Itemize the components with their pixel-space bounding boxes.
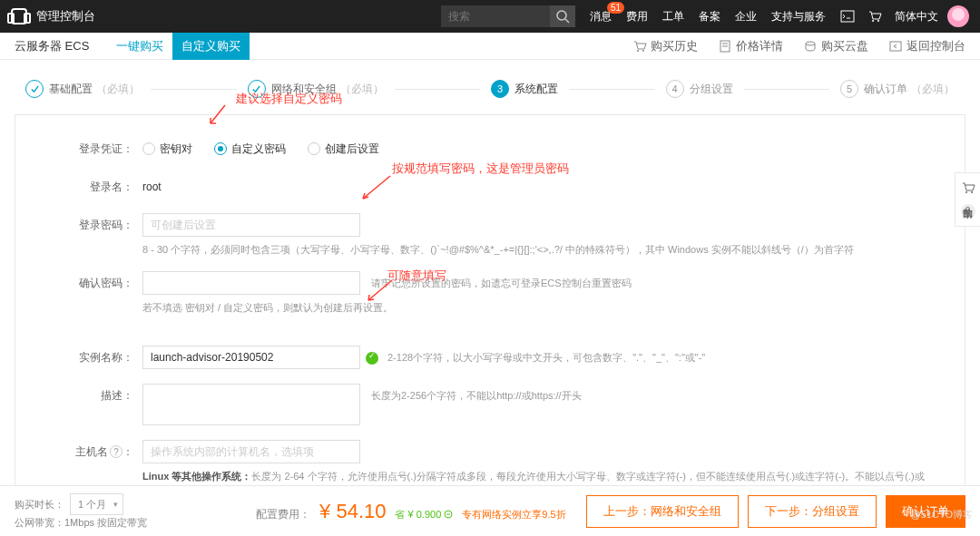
back-icon: [888, 39, 903, 54]
label-login-name: 登录名: [15, 175, 142, 199]
svg-rect-2: [841, 11, 854, 22]
duration-select[interactable]: 1 个月: [70, 493, 123, 515]
price-label: 配置费用：: [256, 507, 310, 522]
radio-set-later[interactable]: 创建后设置: [308, 141, 379, 157]
label-confirm-pwd: 确认密码: [15, 271, 142, 295]
label-login-pwd: 登录密码: [15, 213, 142, 237]
footer-bar: 购买时长：1 个月 公网带宽：1Mbps 按固定带宽 配置费用： ¥ 54.10…: [0, 485, 980, 536]
console-title: 管理控制台: [36, 8, 95, 24]
login-password-input[interactable]: [142, 213, 360, 237]
svg-rect-11: [890, 42, 901, 51]
product-name: 云服务器 ECS: [15, 38, 89, 54]
watermark: @51CTO博客: [911, 508, 973, 521]
link-buy-disk[interactable]: 购买云盘: [803, 38, 868, 54]
link-back-console[interactable]: 返回控制台: [888, 38, 965, 54]
confirm-note: 若不填选 密钥对 / 自定义密码，则默认为创建后再设置。: [142, 300, 928, 315]
sub-bar: 云服务器 ECS 一键购买 自定义购买 购买历史 价格详情 购买云盘 返回控制台: [0, 33, 980, 60]
label-hostname: 主机名?: [15, 440, 142, 463]
logo-icon: [11, 8, 27, 24]
nav-beian[interactable]: 备案: [699, 9, 720, 24]
hostname-input[interactable]: [142, 440, 360, 463]
check-icon: [366, 352, 378, 365]
desc-hint: 长度为2-256个字符，不能以http://或https://开头: [371, 384, 582, 425]
message-badge: 51: [607, 2, 624, 14]
svg-point-10: [806, 42, 815, 45]
svg-point-6: [642, 50, 644, 52]
lang-switch[interactable]: 简体中文: [895, 9, 938, 24]
svg-line-1: [565, 19, 569, 23]
instance-name-input[interactable]: [142, 346, 360, 369]
label-desc: 描述: [15, 384, 142, 407]
svg-point-5: [637, 50, 639, 52]
tab-quick-buy[interactable]: 一键购买: [107, 33, 172, 60]
next-button[interactable]: 下一步：分组设置: [748, 495, 877, 528]
step-basic[interactable]: 基础配置（必填）: [25, 80, 140, 98]
config-form: 登录凭证 密钥对 自定义密码 创建后设置 登录名 root 登录密码 8 - 3…: [15, 114, 965, 536]
logo[interactable]: [11, 8, 27, 24]
search-icon: [555, 9, 570, 24]
annotation-2: 按规范填写密码，这是管理员密码: [392, 161, 569, 177]
prev-button[interactable]: 上一步：网络和安全组: [586, 495, 739, 528]
svg-point-4: [877, 20, 879, 22]
label-login-cred: 登录凭证: [15, 137, 142, 161]
save-info: 省 ¥ 0.900: [395, 508, 453, 521]
user-avatar[interactable]: [947, 5, 969, 27]
nav-ticket[interactable]: 工单: [662, 9, 684, 24]
search-input[interactable]: [441, 5, 550, 27]
price-value: ¥ 54.10: [319, 500, 386, 523]
nav-messages[interactable]: 消息51: [590, 9, 612, 24]
bandwidth-info: 公网带宽：1Mbps 按固定带宽: [15, 515, 147, 530]
link-pricing[interactable]: 价格详情: [718, 38, 783, 54]
terminal-icon[interactable]: [840, 9, 855, 24]
svg-point-16: [971, 191, 973, 193]
top-bar: 管理控制台 消息51 费用 工单 备案 企业 支持与服务 简体中文: [0, 0, 980, 33]
nav-support[interactable]: 支持与服务: [771, 9, 826, 24]
step-group[interactable]: 4分组设置: [666, 80, 733, 98]
pwd-hint: 8 - 30 个字符，必须同时包含三项（大写字母、小写字母、数字、()`~!@#…: [142, 242, 928, 257]
svg-point-3: [872, 20, 874, 22]
nav-enterprise[interactable]: 企业: [735, 9, 757, 24]
annotation-3: 可随意填写: [387, 268, 446, 284]
duration-label: 购买时长：: [15, 499, 64, 510]
search-box: [441, 5, 575, 27]
cart-count: 0: [961, 204, 975, 219]
radio-keypair[interactable]: 密钥对: [142, 141, 192, 157]
doc-icon: [718, 39, 732, 54]
annotation-1: 建议选择自定义密码: [236, 91, 342, 107]
label-instance-name: 实例名称: [15, 346, 142, 369]
instance-name-hint: 2-128个字符，以大小写字母或中文开头，可包含数字、"."、"_"、":"或"…: [387, 346, 705, 369]
link-history[interactable]: 购买历史: [632, 38, 698, 54]
radio-custom-pwd[interactable]: 自定义密码: [214, 141, 286, 157]
cart-icon: [632, 39, 647, 54]
step-system[interactable]: 3系统配置: [491, 80, 558, 98]
tab-custom-buy[interactable]: 自定义购买: [172, 33, 250, 60]
step-indicator: 基础配置（必填） 网络和安全组（必填） 3系统配置 4分组设置 5确认订单（必填…: [0, 71, 980, 107]
login-name-value: root: [142, 180, 162, 193]
help-icon[interactable]: ?: [110, 445, 122, 458]
disk-icon: [803, 39, 818, 54]
cart-icon[interactable]: [867, 9, 882, 24]
search-button[interactable]: [550, 5, 575, 27]
discount-info: 专有网络实例立享9.5折: [462, 508, 565, 521]
svg-point-0: [557, 11, 566, 20]
side-cart[interactable]: 购物车 0: [955, 172, 980, 227]
cart-icon: [961, 180, 975, 195]
svg-point-15: [965, 191, 967, 193]
confirm-password-input[interactable]: [142, 271, 360, 295]
step-confirm[interactable]: 5确认订单（必填）: [840, 80, 955, 98]
description-input[interactable]: [142, 384, 360, 425]
nav-fee[interactable]: 费用: [626, 9, 648, 24]
